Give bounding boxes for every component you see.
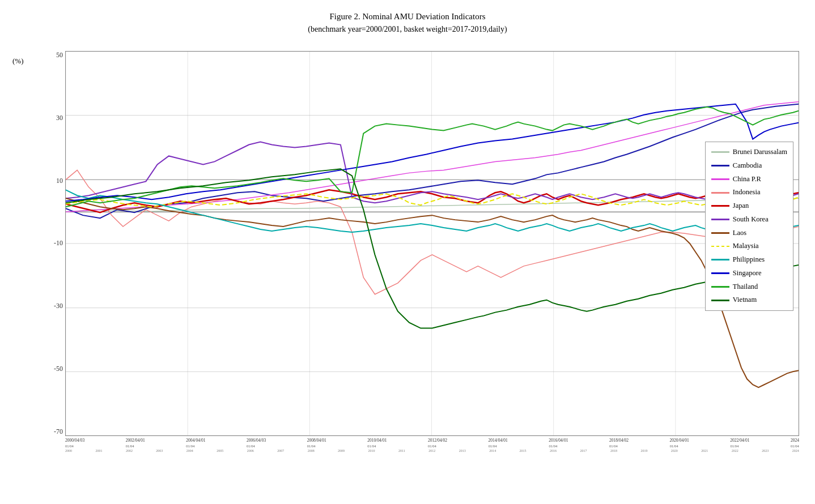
legend-item-singapore: Singapore bbox=[711, 267, 787, 280]
chart-area bbox=[65, 51, 799, 436]
legend-color-singapore bbox=[711, 272, 729, 274]
legend-item-laos: Laos bbox=[711, 227, 787, 240]
line-vietnam bbox=[66, 169, 799, 328]
chart-outer: (%) 50 30 10 -10 -30 -50 -70 bbox=[34, 51, 799, 470]
legend-color-china bbox=[711, 178, 729, 180]
y-label-neg50: -50 bbox=[54, 365, 63, 373]
legend-label-cambodia: Cambodia bbox=[733, 159, 762, 173]
legend-label-china: China P.R bbox=[733, 173, 761, 186]
legend-item-vietnam: Vietnam bbox=[711, 293, 787, 307]
legend-color-vietnam bbox=[711, 300, 729, 301]
legend-color-south-korea bbox=[711, 219, 729, 220]
legend-label-singapore: Singapore bbox=[733, 267, 762, 280]
legend-item-thailand: Thailand bbox=[711, 280, 787, 294]
legend-label-japan: Japan bbox=[733, 199, 749, 213]
y-label-30: 30 bbox=[56, 114, 63, 122]
y-label-10: 10 bbox=[56, 177, 63, 185]
legend-item-japan: Japan bbox=[711, 199, 787, 213]
legend-item-indonesia: Indonesia bbox=[711, 186, 787, 199]
legend-color-philippines bbox=[711, 259, 729, 260]
legend-label-south-korea: South Korea bbox=[733, 213, 769, 227]
legend-item-south-korea: South Korea bbox=[711, 213, 787, 227]
y-label-neg10: -10 bbox=[54, 239, 63, 247]
legend-label-brunei: Brunei Darussalam bbox=[733, 146, 787, 159]
legend-label-vietnam: Vietnam bbox=[733, 293, 757, 307]
legend-label-laos: Laos bbox=[733, 227, 746, 240]
legend: Brunei Darussalam Cambodia China P.R Ind… bbox=[705, 142, 793, 311]
legend-item-china: China P.R bbox=[711, 173, 787, 186]
chart-title: Figure 2. Nominal AMU Deviation Indicato… bbox=[0, 0, 815, 35]
legend-item-brunei: Brunei Darussalam bbox=[711, 146, 787, 159]
legend-label-indonesia: Indonesia bbox=[733, 186, 761, 199]
legend-color-laos bbox=[711, 232, 729, 234]
legend-color-japan bbox=[711, 205, 729, 207]
legend-color-thailand bbox=[711, 286, 729, 288]
page-container: Figure 2. Nominal AMU Deviation Indicato… bbox=[0, 0, 815, 504]
y-axis-labels: 50 30 10 -10 -30 -50 -70 bbox=[34, 51, 65, 436]
legend-color-brunei bbox=[711, 151, 729, 153]
y-label-neg70: -70 bbox=[54, 428, 63, 436]
legend-label-thailand: Thailand bbox=[733, 280, 758, 294]
legend-item-malaysia: Malaysia bbox=[711, 240, 787, 253]
legend-color-indonesia bbox=[711, 192, 729, 194]
chart-svg bbox=[66, 52, 799, 435]
title-line2: (benchmark year=2000/2001, basket weight… bbox=[0, 23, 815, 35]
legend-color-malaysia bbox=[711, 246, 729, 247]
legend-color-cambodia bbox=[711, 165, 729, 166]
legend-item-philippines: Philippines bbox=[711, 253, 787, 267]
x-axis-ticks: 2000/04/03 2002/04/01 2004/04/01 2006/04… bbox=[65, 436, 799, 470]
title-line1: Figure 2. Nominal AMU Deviation Indicato… bbox=[0, 10, 815, 23]
y-label-neg30: -30 bbox=[54, 302, 63, 310]
legend-item-cambodia: Cambodia bbox=[711, 159, 787, 173]
y-axis-label: (%) bbox=[12, 57, 24, 66]
y-label-50: 50 bbox=[56, 51, 63, 59]
legend-label-philippines: Philippines bbox=[733, 253, 765, 267]
line-brunei bbox=[66, 198, 799, 212]
legend-label-malaysia: Malaysia bbox=[733, 240, 759, 253]
x-axis-labels: 2000/04/03 2002/04/01 2004/04/01 2006/04… bbox=[65, 436, 799, 470]
